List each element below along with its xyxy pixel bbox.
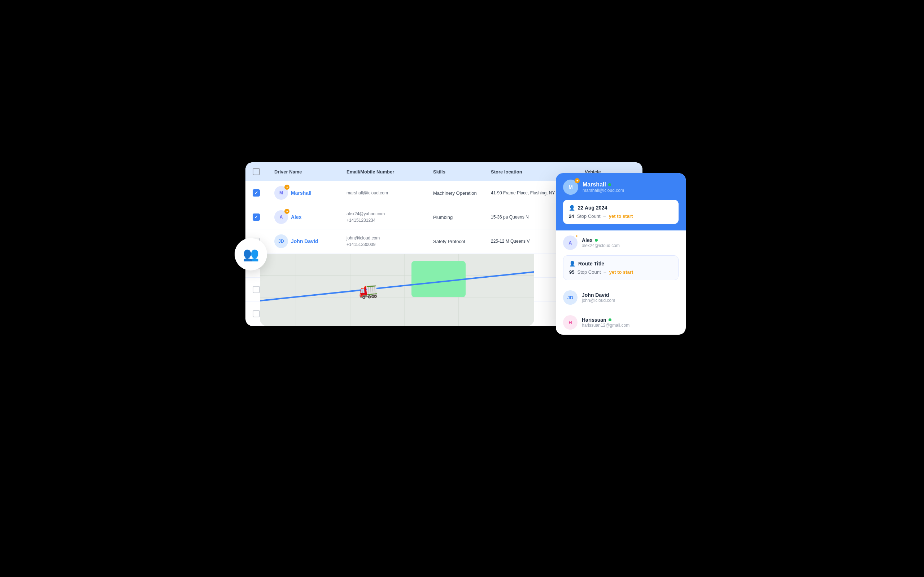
route-status: yet to start <box>609 213 633 219</box>
stop-count: 24 <box>569 213 574 219</box>
route-title: 👤 Route Title <box>569 261 672 266</box>
online-indicator <box>608 183 611 186</box>
dash: – <box>604 213 606 219</box>
right-panel: M ✦ Marshall marshall@icloud.com 👤 22 Au… <box>556 173 686 335</box>
skill-alex: Plumbing <box>433 214 491 220</box>
driver-cell-alex: A ✦ Alex <box>274 210 347 224</box>
john-name: John David <box>582 292 615 298</box>
marshall-email: marshall@icloud.com <box>583 188 624 193</box>
star-icon-alex: ✦ <box>284 209 289 214</box>
skill-marshall: Machinery Operation <box>433 190 491 196</box>
driver-cell-marshall: M ✦ Marshall <box>274 186 347 200</box>
alex-row[interactable]: A Alex alex24@icloud.com <box>556 230 686 255</box>
marshall-route-card: 👤 22 Aug 2024 24 Stop Count – yet to sta… <box>563 200 678 224</box>
skill-john: Safety Protocol <box>433 239 491 244</box>
svg-rect-0 <box>260 254 534 326</box>
john-avatar: JD <box>563 290 577 305</box>
marshall-avatar: M ✦ <box>563 180 578 195</box>
group-icon-bubble: 👥 <box>234 238 267 271</box>
map-section: 🚛 <box>260 254 534 326</box>
marshall-name: Marshall <box>583 181 624 188</box>
row-checkbox-marshall[interactable] <box>253 189 260 197</box>
alex-dash: – <box>604 269 606 275</box>
driver-name-marshall[interactable]: Marshall <box>291 190 312 196</box>
john-row[interactable]: JD John David john@icloud.com <box>556 285 686 310</box>
marshall-header: M ✦ Marshall marshall@icloud.com <box>563 180 678 195</box>
route-date: 👤 22 Aug 2024 <box>569 205 673 211</box>
col-driver-name: Driver Name <box>274 169 347 174</box>
avatar-alex: A ✦ <box>274 210 288 224</box>
alex-stop-count: 95 <box>569 269 574 275</box>
contact-marshall: marshall@icloud.com <box>347 190 433 196</box>
driver-name-john[interactable]: John David <box>291 239 318 244</box>
harissuan-row[interactable]: H Harissuan harissuan12@gmail.com <box>556 310 686 335</box>
stop-label: Stop Count <box>577 213 600 219</box>
alex-route-card: 👤 Route Title 95 Stop Count – yet to sta… <box>563 255 678 280</box>
alex-name: Alex <box>582 237 620 243</box>
col-skills: Skills <box>433 169 491 174</box>
route-title-icon: 👤 <box>569 261 575 266</box>
group-icon: 👥 <box>243 247 259 262</box>
col-email-mobile: Email/Mobile Number <box>347 169 433 174</box>
avatar-marshall: M ✦ <box>274 186 288 200</box>
select-all-checkbox[interactable] <box>253 168 260 175</box>
row-checkbox-robbins[interactable] <box>253 286 260 293</box>
driver-name-alex[interactable]: Alex <box>291 214 302 220</box>
alex-avatar: A <box>563 235 577 250</box>
alex-stop-label: Stop Count <box>577 269 601 275</box>
contact-john: john@icloud.com +14151230009 <box>347 235 433 248</box>
star-icon-marshall: ✦ <box>284 185 289 190</box>
row-checkbox-williams[interactable] <box>253 310 260 318</box>
route-stats: 24 Stop Count – yet to start <box>569 213 673 219</box>
harissuan-avatar: H <box>563 315 577 330</box>
alex-route-status: yet to start <box>609 269 633 275</box>
svg-rect-7 <box>412 261 465 297</box>
harissuan-email: harissuan12@gmail.com <box>582 323 630 328</box>
alex-online <box>595 239 598 242</box>
alex-email: alex24@icloud.com <box>582 243 620 248</box>
driver-cell-john: JD John David <box>274 234 347 248</box>
john-email: john@icloud.com <box>582 298 615 303</box>
truck-icon: 🚛 <box>358 280 378 300</box>
row-checkbox-alex[interactable] <box>253 213 260 221</box>
route-date-icon: 👤 <box>569 205 575 211</box>
marshall-star-icon: ✦ <box>575 178 580 183</box>
contact-alex: alex24@yahoo.com +14151231234 <box>347 211 433 224</box>
harissuan-name: Harissuan <box>582 317 630 323</box>
avatar-john: JD <box>274 234 288 248</box>
marshall-section: M ✦ Marshall marshall@icloud.com 👤 22 Au… <box>556 173 686 230</box>
harissuan-online <box>609 318 611 321</box>
alex-route-stats: 95 Stop Count – yet to start <box>569 269 672 275</box>
map-background: 🚛 <box>260 254 534 326</box>
